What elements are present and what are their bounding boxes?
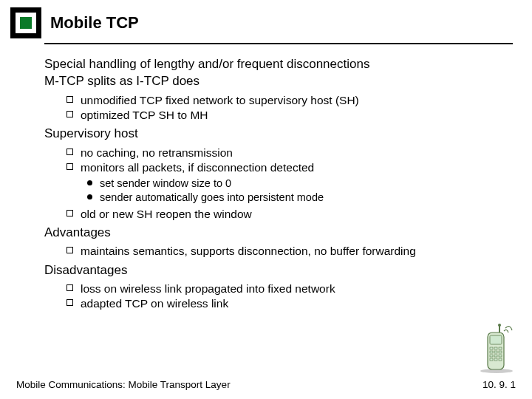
svg-rect-4 [494, 347, 497, 349]
logo-icon [10, 7, 41, 38]
list-item: no caching, no retransmission [66, 146, 517, 160]
sub-sub-list: set sender window size to 0 sender autom… [66, 175, 517, 205]
dot-bullet-icon [87, 194, 92, 200]
square-bullet-icon [66, 111, 73, 117]
svg-rect-2 [490, 335, 502, 344]
svg-rect-13 [494, 358, 497, 361]
slide-title: Mobile TCP [50, 13, 139, 33]
sub-list: unmodified TCP fixed network to supervis… [44, 91, 517, 125]
svg-rect-10 [494, 355, 497, 357]
list-item-text: old or new SH reopen the window [81, 207, 252, 221]
list-item: set sender window size to 0 [87, 177, 517, 190]
svg-rect-7 [494, 351, 497, 353]
footer-right: 10. 9. 1 [482, 379, 516, 390]
svg-point-16 [498, 324, 501, 327]
svg-rect-14 [499, 358, 502, 361]
square-bullet-icon [66, 299, 73, 306]
svg-rect-5 [499, 347, 502, 349]
body-line: Special handling of lengthy and/or frequ… [44, 56, 517, 72]
list-item: optimized TCP SH to MH [66, 108, 517, 122]
body-line: M-TCP splits as I-TCP does [44, 73, 517, 89]
sub-list: maintains semantics, supports disconnect… [44, 242, 517, 260]
list-item-text: monitors all packets, if disconnection d… [81, 160, 314, 174]
list-item-text: unmodified TCP fixed network to supervis… [81, 93, 359, 107]
body-line: Advantages [44, 225, 517, 240]
slide-body: Special handling of lengthy and/or frequ… [0, 44, 532, 313]
square-bullet-icon [66, 284, 73, 291]
list-item: adapted TCP on wireless link [66, 296, 517, 310]
square-bullet-icon [66, 247, 73, 253]
svg-rect-3 [490, 347, 493, 349]
svg-rect-11 [499, 355, 502, 357]
list-item-text: maintains semantics, supports disconnect… [81, 244, 416, 258]
list-item: loss on wireless link propagated into fi… [66, 282, 517, 296]
square-bullet-icon [66, 149, 73, 155]
slide-footer: Mobile Communications: Mobile Transport … [16, 379, 516, 390]
slide: Mobile TCP Special handling of lengthy a… [0, 0, 532, 399]
body-line: Disadvantages [44, 262, 517, 278]
list-item: maintains semantics, supports disconnect… [66, 244, 517, 258]
list-item-text: set sender window size to 0 [100, 177, 231, 190]
slide-header: Mobile TCP [0, 0, 532, 43]
svg-rect-8 [499, 351, 502, 353]
list-item-text: no caching, no retransmission [81, 146, 233, 160]
list-item: sender automatically goes into persisten… [87, 191, 517, 204]
sub-list: no caching, no retransmission monitors a… [44, 143, 517, 223]
list-item-text: sender automatically goes into persisten… [100, 191, 324, 204]
dot-bullet-icon [87, 180, 92, 185]
sub-list: loss on wireless link propagated into fi… [44, 279, 517, 313]
square-bullet-icon [66, 210, 73, 216]
list-item-text: loss on wireless link propagated into fi… [81, 282, 335, 296]
list-item-text: adapted TCP on wireless link [81, 296, 228, 310]
svg-rect-12 [490, 358, 493, 361]
svg-rect-9 [490, 355, 493, 357]
list-item: unmodified TCP fixed network to supervis… [66, 93, 517, 107]
list-item: old or new SH reopen the window [66, 207, 517, 221]
square-bullet-icon [66, 96, 73, 103]
mobile-phone-icon [477, 324, 516, 377]
footer-left: Mobile Communications: Mobile Transport … [16, 379, 231, 390]
list-item-text: optimized TCP SH to MH [81, 108, 208, 122]
list-item: monitors all packets, if disconnection d… [66, 160, 517, 174]
svg-rect-6 [490, 351, 493, 353]
square-bullet-icon [66, 163, 73, 170]
body-line: Supervisory host [44, 126, 517, 141]
